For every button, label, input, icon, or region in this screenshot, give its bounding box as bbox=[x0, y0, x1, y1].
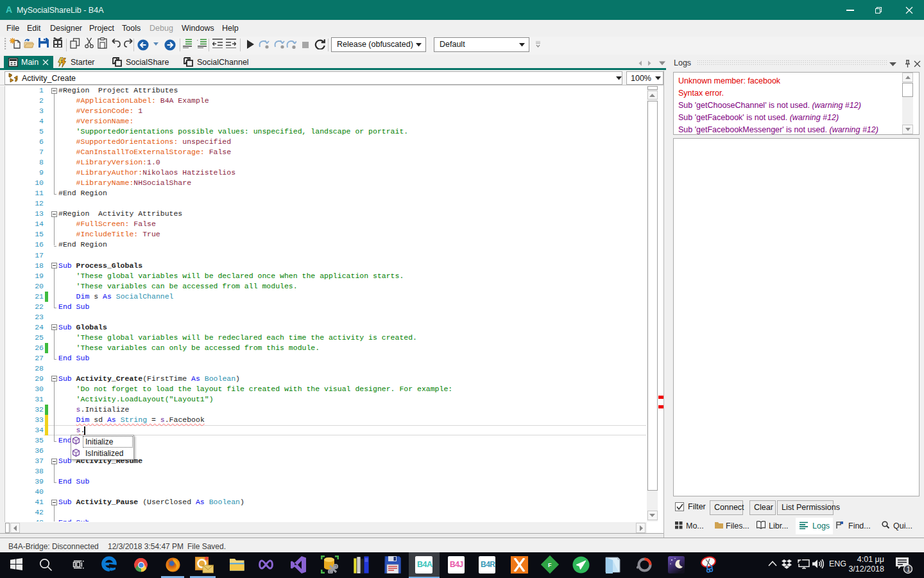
svg-text:F: F bbox=[548, 562, 552, 568]
svg-text:1: 1 bbox=[907, 566, 911, 573]
svg-text:': ' bbox=[197, 39, 198, 44]
